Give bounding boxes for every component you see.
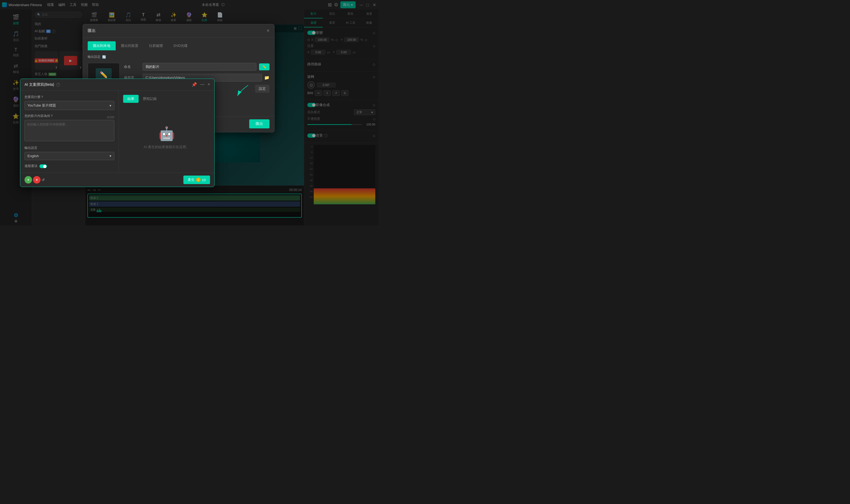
ai-refresh-button[interactable]: ↺: [41, 178, 45, 182]
export-dialog-header: 匯出 ×: [83, 24, 274, 38]
ai-left-panel: 您要寫什麼？ YouTube 影片標題 ▾ 您的影片內容為何？ 0/200 輸出…: [20, 91, 119, 173]
export-tab-local[interactable]: 匯出到本地: [88, 41, 116, 50]
ai-dialog-body: 您要寫什麼？ YouTube 影片標題 ▾ 您的影片內容為何？ 0/200 輸出…: [20, 91, 214, 173]
lang-form-group: 輸出語言 English ▾: [24, 146, 114, 160]
advanced-row: 進階選項: [24, 164, 114, 168]
output-settings-header: 輸出設定 🔄: [88, 55, 269, 59]
ai-generate-button[interactable]: 產生 ⚡ 10: [183, 176, 210, 184]
content-form-group: 您的影片內容為何？ 0/200: [24, 114, 114, 142]
ai-dialog-close-icon[interactable]: ×: [208, 82, 210, 87]
ai-dialog-title-text: AI 文案撰寫(Beta): [24, 82, 54, 87]
ai-add-green-button[interactable]: +: [24, 176, 32, 183]
advanced-toggle[interactable]: [39, 164, 47, 168]
ai-dialog-pin-icon[interactable]: 📌: [192, 82, 197, 87]
content-label: 您的影片內容為何？: [24, 114, 53, 118]
ai-tab-result[interactable]: 結果: [123, 95, 139, 103]
what-select[interactable]: YouTube 影片標題 ▾: [24, 101, 114, 110]
ai-dialog-min-icon[interactable]: —: [200, 82, 205, 87]
lang-select[interactable]: English ▾: [24, 152, 114, 160]
export-tab-device[interactable]: 匯出到裝置: [116, 41, 144, 50]
credit-icon: ⚡: [196, 178, 200, 182]
what-label: 您要寫什麼？: [24, 95, 114, 100]
ai-footer-left: + + ↺: [24, 176, 45, 183]
filename-label: 命名: [124, 65, 140, 69]
ai-dialog: AI 文案撰寫(Beta) ? 📌 — × 您要寫什麼？ YouTube 影片標…: [20, 78, 215, 187]
arrow-annotation: [232, 83, 253, 98]
settings-button[interactable]: 設定: [255, 85, 269, 93]
ai-dialog-header: AI 文案撰寫(Beta) ? 📌 — ×: [20, 79, 214, 91]
export-dialog-close[interactable]: ×: [267, 28, 269, 34]
export-tab-dvd[interactable]: DVD光碟: [168, 41, 193, 50]
ai-robot-illustration: 🤖: [158, 126, 175, 141]
lang-select-arrow: ▾: [109, 154, 111, 158]
content-label-row: 您的影片內容為何？ 0/200: [24, 114, 114, 120]
ai-dialog-controls: 📌 — ×: [192, 82, 210, 87]
ai-footer: + + ↺ 產生 ⚡ 10: [20, 173, 214, 187]
thumbnail-icon: ✏️: [100, 71, 108, 78]
ai-add-red-button[interactable]: +: [33, 176, 40, 183]
credit-count: 10: [202, 178, 206, 182]
ai-empty-state: 🤖 AI 產生的結果會顯示在這裡。: [123, 107, 210, 168]
export-tab-social[interactable]: 社群媒體: [144, 41, 168, 50]
ai-tabs: 結果 歷程記錄: [123, 95, 210, 103]
export-dialog-tabs: 匯出到本地 匯出到裝置 社群媒體 DVD光碟: [83, 38, 274, 50]
ai-rename-button[interactable]: ✏️: [259, 64, 269, 70]
filename-row: 命名 ✏️: [124, 63, 269, 71]
lang-select-value: English: [28, 154, 39, 158]
export-dialog-title: 匯出: [88, 28, 96, 33]
ai-tab-history[interactable]: 歷程記錄: [139, 95, 161, 103]
ai-add-btns: + + ↺: [24, 176, 45, 183]
ai-rename-icon: ✏️: [262, 65, 266, 69]
ai-right-panel: 結果 歷程記錄 🤖 AI 產生的結果會顯示在這裡。: [119, 91, 214, 173]
what-form-group: 您要寫什麼？ YouTube 影片標題 ▾: [24, 95, 114, 110]
ai-generate-label: 產生: [188, 177, 195, 182]
browse-icon[interactable]: 📁: [264, 75, 269, 80]
export-submit-button[interactable]: 匯出: [249, 119, 269, 128]
ai-empty-text: AI 產生的結果會顯示在這裡。: [144, 145, 190, 149]
content-textarea[interactable]: [24, 120, 114, 141]
output-settings-label: 輸出設定: [88, 55, 101, 59]
ai-dialog-title: AI 文案撰寫(Beta) ?: [24, 82, 60, 87]
advanced-label: 進階選項: [24, 164, 37, 168]
ai-dialog-info-icon[interactable]: ?: [56, 83, 60, 87]
output-settings-refresh-icon[interactable]: 🔄: [102, 55, 106, 59]
lang-label: 輸出語言: [24, 146, 114, 150]
filename-input[interactable]: [143, 63, 256, 71]
what-select-value: YouTube 影片標題: [28, 103, 56, 108]
char-count: 0/200: [107, 115, 114, 119]
what-select-arrow: ▾: [109, 104, 111, 108]
